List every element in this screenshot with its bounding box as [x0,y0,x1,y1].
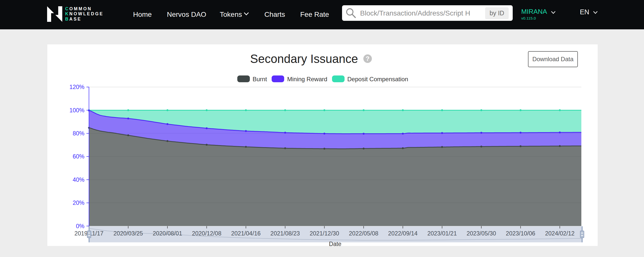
svg-text:20%: 20% [73,200,84,206]
svg-text:80%: 80% [73,130,84,137]
svg-text:0%: 0% [76,223,84,229]
svg-text:2020/03/25: 2020/03/25 [114,230,143,237]
svg-text:2023/01/21: 2023/01/21 [427,230,457,237]
svg-text:2021/04/16: 2021/04/16 [231,230,261,237]
svg-text:2023/05/30: 2023/05/30 [467,230,496,237]
svg-text:100%: 100% [69,107,84,114]
svg-text:60%: 60% [73,153,84,160]
svg-text:Date: Date [329,241,342,246]
svg-text:120%: 120% [69,84,84,90]
svg-text:2021/08/23: 2021/08/23 [270,230,300,237]
svg-text:2020/12/08: 2020/12/08 [192,230,222,237]
svg-text:2020/08/01: 2020/08/01 [153,230,182,237]
svg-text:40%: 40% [73,177,84,183]
svg-text:2022/09/14: 2022/09/14 [388,230,418,237]
svg-text:2023/10/06: 2023/10/06 [506,230,535,237]
svg-text:2024/02/12: 2024/02/12 [545,230,575,237]
svg-text:2021/12/30: 2021/12/30 [310,230,339,237]
svg-text:2022/05/08: 2022/05/08 [349,230,378,237]
